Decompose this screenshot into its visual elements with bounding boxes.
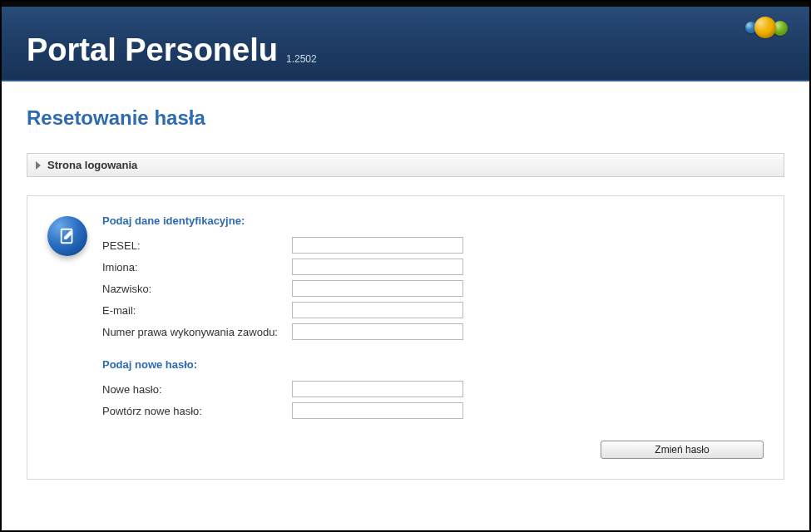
label-repeat-password: Powtórz nowe hasło: — [102, 405, 292, 417]
app-version: 1.2502 — [286, 53, 317, 80]
password-section-title: Podaj nowe hasło: — [102, 358, 764, 371]
label-new-password: Nowe hasło: — [102, 383, 292, 396]
input-nazwisko[interactable] — [292, 280, 463, 297]
input-repeat-password[interactable] — [292, 402, 463, 419]
identity-section-title: Podaj dane identyfikacyjne: — [102, 214, 764, 227]
login-page-label: Strona logowania — [47, 159, 137, 171]
row-nazwisko: Nazwisko: — [102, 280, 764, 297]
input-npwz[interactable] — [292, 323, 463, 340]
row-repeat-password: Powtórz nowe hasło: — [102, 402, 764, 419]
label-nazwisko: Nazwisko: — [102, 283, 292, 295]
row-email: E-mail: — [102, 302, 764, 318]
logo-ball-yellow — [754, 17, 776, 38]
row-new-password: Nowe hasło: — [102, 381, 764, 397]
row-imiona: Imiona: — [102, 259, 764, 275]
input-email[interactable] — [292, 302, 463, 318]
label-npwz: Numer prawa wykonywania zawodu: — [102, 326, 292, 338]
label-email: E-mail: — [102, 304, 292, 317]
row-npwz: Numer prawa wykonywania zawodu: — [102, 323, 764, 340]
label-pesel: PESEL: — [102, 239, 292, 252]
button-row: Zmień hasło — [102, 441, 764, 459]
app-title: Portal Personelu — [27, 32, 278, 80]
app-frame: Portal Personelu 1.2502 Resetowanie hasł… — [0, 0, 811, 532]
login-page-link[interactable]: Strona logowania — [27, 153, 784, 177]
logo-icon — [745, 17, 788, 38]
input-imiona[interactable] — [292, 259, 463, 275]
input-pesel[interactable] — [292, 237, 463, 254]
submit-button[interactable]: Zmień hasło — [601, 441, 764, 459]
row-pesel: PESEL: — [102, 237, 764, 254]
app-header: Portal Personelu 1.2502 — [2, 2, 809, 81]
label-imiona: Imiona: — [102, 261, 292, 273]
input-new-password[interactable] — [292, 381, 463, 397]
form-grid: Podaj dane identyfikacyjne: PESEL: Imion… — [102, 214, 764, 459]
edit-document-icon — [47, 216, 87, 256]
header-stripe — [2, 2, 809, 7]
page-title: Resetowanie hasła — [27, 106, 784, 130]
content-area: Resetowanie hasła Strona logowania Podaj… — [2, 81, 809, 496]
reset-password-panel: Podaj dane identyfikacyjne: PESEL: Imion… — [27, 195, 784, 480]
triangle-right-icon — [36, 161, 41, 170]
